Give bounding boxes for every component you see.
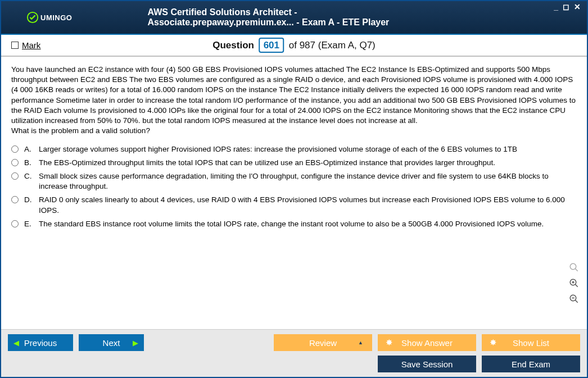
zoom-controls [568, 261, 580, 305]
logo: UMINGO [1, 11, 72, 24]
window-controls: _ ◻ ✕ [552, 2, 582, 11]
close-button[interactable]: ✕ [572, 2, 582, 11]
question-header: Mark Question 601 of 987 (Exam A, Q7) [1, 35, 587, 57]
radio-icon[interactable] [11, 196, 19, 203]
gear-icon: ✸ [386, 338, 393, 348]
question-text: You have launched an EC2 instance with f… [11, 65, 577, 136]
maximize-button[interactable]: ◻ [561, 2, 571, 11]
option-e[interactable]: E. The standard EBS instance root volume… [11, 219, 577, 229]
minimize-button[interactable]: _ [552, 2, 560, 11]
svg-line-2 [575, 268, 578, 271]
zoom-out-icon[interactable] [568, 293, 580, 305]
show-list-button[interactable]: ✸ Show List [482, 334, 580, 351]
question-content: You have launched an EC2 instance with f… [1, 57, 587, 304]
svg-point-1 [570, 263, 576, 270]
svg-line-8 [575, 300, 578, 303]
search-icon[interactable] [568, 261, 580, 274]
save-session-button[interactable]: Save Session [378, 356, 476, 372]
radio-icon[interactable] [11, 172, 19, 180]
gear-icon: ✸ [490, 338, 497, 348]
option-a[interactable]: A. Larger storage volumes support higher… [11, 144, 577, 154]
review-button[interactable]: Review ▲ [274, 334, 372, 351]
titlebar: UMINGO AWS Certified Solutions Architect… [1, 1, 587, 35]
logo-checkmark-icon [26, 11, 39, 24]
next-button[interactable]: Next ▶ [79, 334, 144, 351]
show-answer-button[interactable]: ✸ Show Answer [378, 334, 476, 351]
previous-button[interactable]: ◀ Previous [8, 334, 73, 351]
triangle-up-icon: ▲ [358, 340, 363, 345]
radio-icon[interactable] [11, 145, 19, 153]
mark-checkbox[interactable] [11, 42, 19, 49]
zoom-in-icon[interactable] [568, 277, 580, 289]
radio-icon[interactable] [11, 220, 19, 227]
window-title: AWS Certified Solutions Architect - Asso… [148, 7, 441, 28]
option-b[interactable]: B. The EBS-Optimized throughput limits t… [11, 158, 577, 168]
mark-label[interactable]: Mark [22, 40, 40, 50]
chevron-left-icon: ◀ [13, 339, 19, 347]
radio-icon[interactable] [11, 159, 19, 166]
options-list: A. Larger storage volumes support higher… [11, 144, 577, 230]
option-d[interactable]: D. RAID 0 only scales linearly to about … [11, 195, 577, 215]
option-c[interactable]: C. Small block sizes cause performance d… [11, 171, 577, 192]
question-indicator: Question 601 of 987 (Exam A, Q7) [212, 40, 376, 51]
footer: ◀ Previous Next ▶ Review ▲ ✸ Show Answer… [1, 329, 587, 377]
svg-line-4 [575, 284, 578, 287]
question-number: 601 [259, 38, 284, 53]
chevron-right-icon: ▶ [133, 339, 138, 347]
end-exam-button[interactable]: End Exam [482, 356, 580, 372]
logo-text: UMINGO [40, 13, 72, 22]
